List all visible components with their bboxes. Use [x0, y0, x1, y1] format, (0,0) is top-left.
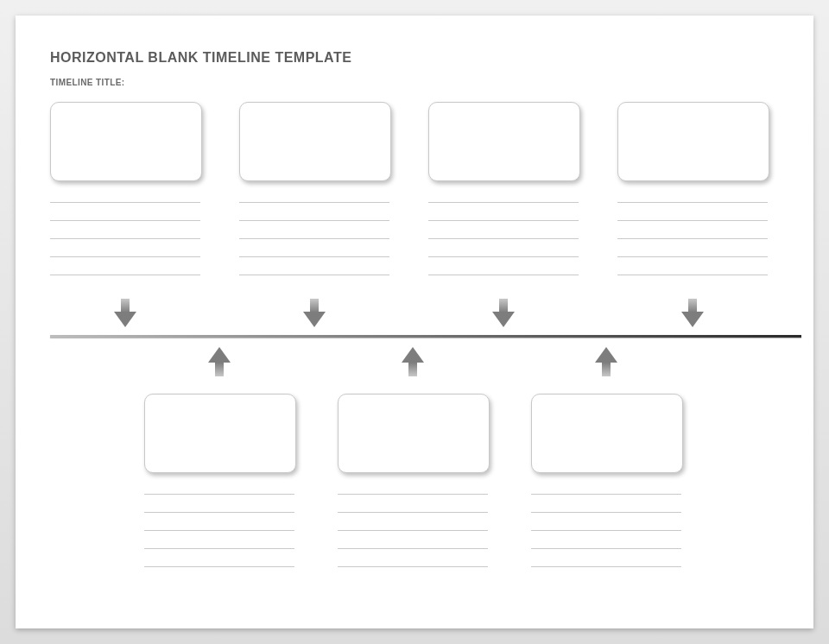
timeline-title-label: TIMELINE TITLE: — [50, 78, 125, 87]
bottom-event-box-1[interactable] — [144, 394, 296, 473]
bottom-event-box-2[interactable] — [338, 394, 490, 473]
top-event-box-2[interactable] — [239, 102, 391, 181]
arrow-down-icon — [492, 299, 515, 328]
top-event-lines-2[interactable] — [239, 202, 389, 293]
arrow-down-icon — [114, 299, 136, 328]
bottom-event-lines-1[interactable] — [144, 494, 294, 584]
arrow-down-icon — [303, 299, 326, 328]
arrow-down-icon — [681, 299, 704, 328]
top-event-lines-4[interactable] — [617, 202, 768, 293]
document-page: HORIZONTAL BLANK TIMELINE TEMPLATE TIMEL… — [16, 16, 813, 628]
bottom-event-box-3[interactable] — [531, 394, 683, 473]
arrow-up-icon — [402, 347, 424, 376]
timeline-axis — [50, 335, 801, 338]
top-event-lines-1[interactable] — [50, 202, 200, 293]
arrow-up-icon — [595, 347, 617, 376]
top-event-box-1[interactable] — [50, 102, 202, 181]
top-event-box-4[interactable] — [617, 102, 769, 181]
page-title: HORIZONTAL BLANK TIMELINE TEMPLATE — [50, 50, 351, 66]
top-event-box-3[interactable] — [428, 102, 580, 181]
arrow-up-icon — [208, 347, 231, 376]
bottom-event-lines-3[interactable] — [531, 494, 681, 584]
top-event-lines-3[interactable] — [428, 202, 579, 293]
bottom-event-lines-2[interactable] — [338, 494, 488, 584]
